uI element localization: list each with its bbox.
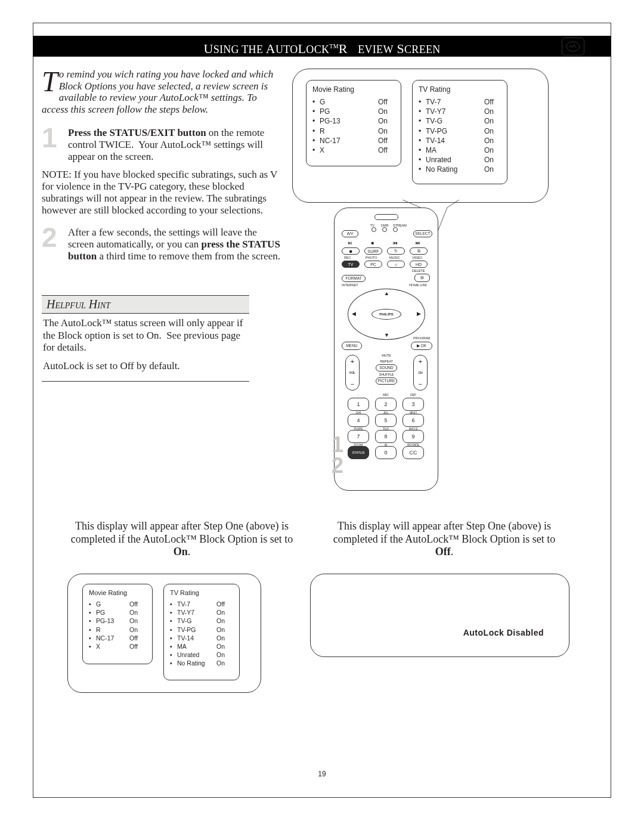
remote-num-4[interactable]: 4 xyxy=(348,414,369,427)
remote-bright-button[interactable]: ☼ xyxy=(387,261,405,268)
tv-rating-header-bl: TV Rating xyxy=(170,589,233,596)
remote-repeat-label: REPEAT xyxy=(370,360,402,363)
rating-row: •PGOn xyxy=(312,107,395,116)
numlabel-pqrs: PQRS xyxy=(348,427,369,431)
helpful-hint-p2: AutoLock is set to Off by default. xyxy=(43,360,248,373)
tv-display-top: Movie Rating •GOff•PGOn•PG-13On•ROn•NC-1… xyxy=(292,69,549,203)
rating-row: •UnratedOn xyxy=(170,651,233,659)
remote-ch-buttons[interactable]: +CH− xyxy=(413,355,428,391)
rating-row: •No RatingOn xyxy=(419,165,501,174)
remote-vol-buttons[interactable]: +VOL− xyxy=(345,355,360,391)
helpful-hint-p1: The AutoLock™ status screen will only ap… xyxy=(43,317,248,354)
caption-on: This display will appear after Step One … xyxy=(66,520,298,559)
step-1-body: Press the STATUS/EXIT button on the remo… xyxy=(68,126,280,163)
remote-rec-button[interactable]: ⏺ xyxy=(342,247,360,255)
tv-rating-panel-top: TV Rating •TV-7Off•TV-Y7On•TV-GOn•TV-PGO… xyxy=(412,80,507,184)
remote-format-button[interactable]: FORMAT xyxy=(342,275,366,282)
remote-num-9[interactable]: 9 xyxy=(402,430,424,443)
remote-program-label: PROGRAM xyxy=(413,336,430,340)
subratings-note: NOTE: If you have blocked specific subra… xyxy=(42,169,280,216)
title-text: USING THE AUTOLOCKTMR EVIEW SCREEN xyxy=(203,41,440,56)
rating-row: •XOff xyxy=(89,642,146,651)
tv-rating-rows: •TV-7Off•TV-Y7On•TV-GOn•TV-PGOn•TV-14On•… xyxy=(419,97,501,175)
rating-row: •TV-7Off xyxy=(170,600,233,608)
tv-rating-panel-bl: TV Rating •TV-7Off•TV-Y7On•TV-GOn•TV-PGO… xyxy=(163,584,240,680)
rating-row: •TV-GOn xyxy=(170,617,233,625)
remote-prev-icon[interactable]: ⏮ xyxy=(389,240,401,246)
remote-num-1[interactable]: 1 xyxy=(348,398,369,411)
remote-menu-button[interactable]: MENU xyxy=(342,342,362,350)
remote-shuffle-label: SHUFFLE xyxy=(370,373,402,376)
rating-row: •TV-PGOn xyxy=(419,126,501,136)
rating-row: •TV-14On xyxy=(419,136,501,145)
remote-control: TV DMR STREAM A/V SELECT ⏯ ■ ⏮ ⏭ ⏺ SURF … xyxy=(334,208,438,491)
remote-surf-button[interactable]: SURF xyxy=(364,247,382,255)
remote-tv-button[interactable]: TV xyxy=(342,261,360,268)
numlabel-tuv: TUV xyxy=(375,427,397,431)
remote-led-3 xyxy=(393,227,398,232)
intro-paragraph: To remind you wich rating you have locke… xyxy=(42,69,280,115)
remote-picture-button[interactable]: PICTURE xyxy=(376,377,397,385)
page-hand-icon xyxy=(562,38,584,55)
remote-av-button[interactable]: A/V xyxy=(342,230,358,237)
remote-brand: PHILIPS xyxy=(371,309,401,320)
rating-row: •TV-14On xyxy=(170,634,233,642)
remote-num-0[interactable]: 0 xyxy=(375,446,397,459)
remote-ok-button[interactable]: ▶ OK xyxy=(411,342,432,350)
movie-rating-rows: •GOff•PGOn•PG-13On•ROn•NC-17Off•XOff xyxy=(312,97,395,155)
remote-power-button[interactable] xyxy=(374,214,398,220)
numlabel-zoom: ZOOM xyxy=(348,443,369,447)
caption-off: This display will appear after Step One … xyxy=(328,520,561,559)
remote-photo-label: PHOTO xyxy=(366,256,377,259)
remote-cc-button[interactable]: CC xyxy=(402,446,424,459)
remote-refresh-button[interactable]: ↻ xyxy=(387,247,405,255)
remote-num-7[interactable]: 7 xyxy=(348,430,369,443)
rating-row: •TV-Y7On xyxy=(419,107,501,116)
helpful-hint-box: Helpful Hint The AutoLock™ status screen… xyxy=(42,295,249,382)
remote-playpause-icon[interactable]: ⏯ xyxy=(344,240,356,246)
remote-num-6[interactable]: 6 xyxy=(402,414,424,427)
autolock-disabled-text: AutoLock Disabled xyxy=(463,628,544,637)
step-2: 2 After a few seconds, the settings will… xyxy=(42,225,280,262)
tv-rating-header: TV Rating xyxy=(419,85,501,94)
remote-num-8[interactable]: 8 xyxy=(375,430,397,443)
rating-row: •PG-13On xyxy=(89,617,146,625)
remote-hd-button[interactable]: HD xyxy=(410,261,428,268)
rating-row: •TV-7Off xyxy=(419,97,501,107)
rating-row: •ROn xyxy=(312,126,395,136)
numlabel-def: DEF xyxy=(402,393,424,397)
numlabel-ghi: GHI xyxy=(348,411,369,414)
rating-row: •NC-17Off xyxy=(312,136,395,145)
remote-internet-label: INTERNET xyxy=(342,283,358,287)
step-2-number: 2 xyxy=(42,225,62,262)
numlabel-jkl: JKL xyxy=(375,411,397,414)
remote-video-label: VIDEO xyxy=(412,256,422,259)
movie-rating-panel-bl: Movie Rating •GOff•PGOn•PG-13On•ROn•NC-1… xyxy=(82,584,153,664)
remote-select-button[interactable]: SELECT xyxy=(413,230,432,237)
rating-row: •TV-GOn xyxy=(419,116,501,126)
remote-homelink-button[interactable]: ⊞ xyxy=(414,274,430,282)
remote-nav-pad[interactable]: PHILIPS ▲ ▼ ◀ ▶ xyxy=(348,289,425,340)
remote-status-button[interactable]: STATUS xyxy=(348,446,369,459)
rating-row: •NC-17Off xyxy=(89,634,146,642)
remote-stop-icon[interactable]: ■ xyxy=(367,240,379,246)
remote-num-3[interactable]: 3 xyxy=(402,398,424,411)
remote-led-2 xyxy=(382,227,387,232)
remote-pip-button[interactable]: ⧉ xyxy=(410,247,428,255)
section-title: USING THE AUTOLOCKTMR EVIEW SCREEN xyxy=(33,36,611,57)
rating-row: •MAOn xyxy=(170,642,233,651)
rating-row: •ROn xyxy=(89,625,146,634)
numlabel-wxyz: WXYZ xyxy=(402,427,424,431)
remote-num-2[interactable]: 2 xyxy=(375,398,397,411)
remote-delete-label: DELETE xyxy=(412,269,425,272)
rating-row: •TV-PGOn xyxy=(170,625,233,634)
remote-next-icon[interactable]: ⏭ xyxy=(412,240,424,246)
remote-music-label: MUSIC xyxy=(389,256,400,259)
remote-num-5[interactable]: 5 xyxy=(375,414,397,427)
rating-row: •PGOn xyxy=(89,608,146,617)
step-1: 1 Press the STATUS/EXIT button on the re… xyxy=(42,126,280,163)
remote-pc-button[interactable]: PC xyxy=(364,261,382,268)
remote-sound-button[interactable]: SOUND xyxy=(376,364,397,371)
numlabel-at: @ xyxy=(375,443,397,447)
rating-row: •GOff xyxy=(312,97,395,107)
